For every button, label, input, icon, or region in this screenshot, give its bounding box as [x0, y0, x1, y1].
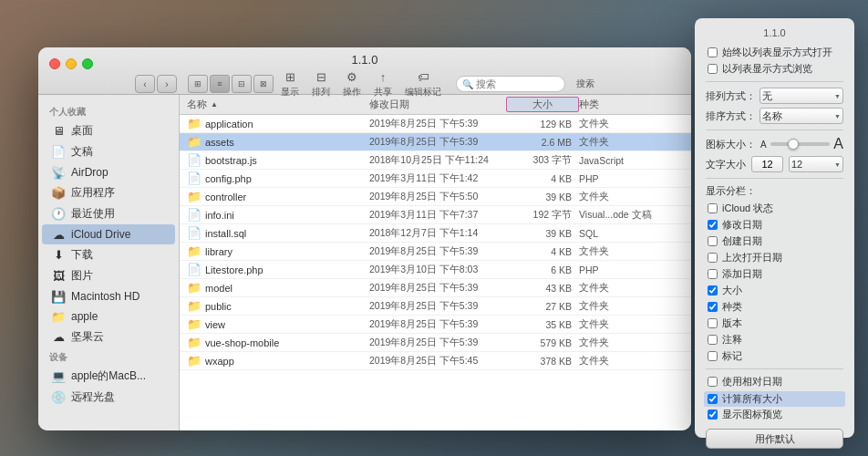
- table-row[interactable]: 📁 public 2019年8月25日 下午5:39 27 KB 文件夹: [180, 297, 691, 316]
- file-name-label: public: [205, 301, 232, 312]
- search-input[interactable]: [476, 78, 559, 89]
- col-size-header[interactable]: 大小: [506, 97, 579, 112]
- action-action[interactable]: ⚙ 操作: [343, 70, 361, 98]
- show-icon-preview-checkbox[interactable]: [708, 409, 718, 420]
- browse-list-checkbox[interactable]: [708, 64, 718, 74]
- file-type-cell: JavaScript: [579, 155, 684, 166]
- list-view-button[interactable]: ≡: [210, 75, 230, 93]
- table-row[interactable]: 📁 vue-shop-mobile 2019年8月25日 下午5:39 579 …: [180, 334, 691, 352]
- icloud-status-label: iCloud 状态: [722, 202, 773, 215]
- size-checkbox[interactable]: [708, 285, 718, 295]
- recents-icon: 🕐: [51, 207, 66, 222]
- toolbar-actions: ⊞ 显示 ⊟ 排列 ⚙ 操作 ↑ 共享 🏷 编辑标记: [281, 70, 441, 98]
- arrange-icon: ⊟: [312, 70, 330, 85]
- icon-size-slider: A A: [760, 136, 843, 152]
- share-action[interactable]: ↑ 共享: [374, 70, 392, 98]
- close-button[interactable]: [49, 58, 60, 69]
- file-name-cell: 📁 library: [187, 244, 369, 258]
- table-row[interactable]: 📁 assets 2019年8月25日 下午5:39 2.6 MB 文件夹: [180, 133, 691, 151]
- forward-button[interactable]: ›: [157, 75, 177, 93]
- sidebar-item-pictures[interactable]: 🖼 图片: [42, 265, 175, 286]
- file-name-cell: 📁 assets: [187, 135, 369, 149]
- sidebar-item-nutstore[interactable]: ☁ 坚果云: [42, 326, 175, 347]
- file-size-cell: 43 KB: [506, 283, 579, 294]
- documents-icon: 📄: [51, 145, 66, 160]
- file-size-cell: 303 字节: [506, 154, 579, 167]
- calc-all-sizes-checkbox[interactable]: [708, 394, 718, 404]
- search-icon: 🔍: [462, 79, 473, 89]
- sidebar-item-label: 文稿: [71, 144, 93, 160]
- sort-select[interactable]: 无 名称 大小 修改日期: [760, 88, 843, 104]
- table-row[interactable]: 📄 install.sql 2018年12月7日 下午1:14 39 KB SQ…: [180, 224, 691, 243]
- arrange-action[interactable]: ⊟ 排列: [312, 70, 330, 98]
- table-row[interactable]: 📄 info.ini 2019年3月11日 下午7:37 192 字节 Visu…: [180, 206, 691, 224]
- table-row[interactable]: 📁 model 2019年8月25日 下午5:39 43 KB 文件夹: [180, 279, 691, 297]
- file-icon: 📄: [187, 226, 202, 240]
- search-box[interactable]: 🔍: [456, 76, 565, 92]
- large-icon-indicator: A: [833, 136, 843, 152]
- font-size-input[interactable]: [751, 156, 783, 172]
- icloud-status-checkbox[interactable]: [708, 203, 718, 213]
- icon-size-thumb[interactable]: [788, 139, 799, 150]
- folder-icon: 📁: [187, 299, 202, 313]
- table-row[interactable]: 📁 view 2019年8月25日 下午5:39 35 KB 文件夹: [180, 316, 691, 334]
- type-checkbox[interactable]: [708, 302, 718, 312]
- sidebar-item-icloud[interactable]: ☁ iCloud Drive: [42, 224, 175, 244]
- display-action[interactable]: ⊞ 显示: [281, 70, 299, 98]
- default-button[interactable]: 用作默认: [706, 429, 843, 449]
- table-row[interactable]: 📄 bootstrap.js 2018年10月25日 下午11:24 303 字…: [180, 151, 691, 170]
- icon-view-button[interactable]: ⊞: [188, 75, 208, 93]
- always-list-checkbox[interactable]: [708, 47, 718, 57]
- col-name-header[interactable]: 名称 ▲: [187, 98, 369, 111]
- sidebar-item-airdrop[interactable]: 📡 AirDrop: [42, 162, 175, 182]
- modify-date-checkbox[interactable]: [708, 220, 718, 230]
- table-row[interactable]: 📄 Litestore.php 2019年3月10日 下午8:03 6 KB P…: [180, 261, 691, 279]
- modify-date-row: 修改日期: [706, 218, 843, 232]
- file-type-cell: 文件夹: [579, 118, 684, 130]
- last-open-date-checkbox[interactable]: [708, 253, 718, 263]
- file-type-cell: PHP: [579, 173, 684, 184]
- table-row[interactable]: 📁 library 2019年8月25日 下午5:39 4 KB 文件夹: [180, 243, 691, 261]
- sidebar-item-apple[interactable]: 📁 apple: [42, 306, 175, 326]
- sidebar-item-downloads[interactable]: ⬇ 下载: [42, 244, 175, 265]
- comment-checkbox[interactable]: [708, 335, 718, 345]
- minimize-button[interactable]: [66, 58, 77, 69]
- order-row: 排序方式： 名称 大小 修改日期: [706, 108, 843, 124]
- sidebar-item-desktop[interactable]: 🖥 桌面: [42, 120, 175, 141]
- gallery-view-button[interactable]: ⊠: [253, 75, 274, 93]
- sidebar-item-macbook[interactable]: 💻 apple的MacB...: [42, 366, 175, 387]
- file-name-label: vue-shop-mobile: [205, 337, 279, 348]
- back-button[interactable]: ‹: [135, 75, 155, 93]
- maximize-button[interactable]: [82, 58, 93, 69]
- tag-checkbox[interactable]: [708, 351, 718, 361]
- file-name-cell: 📁 application: [187, 117, 369, 130]
- order-select[interactable]: 名称 大小 修改日期: [760, 108, 843, 124]
- sidebar-item-recents[interactable]: 🕐 最近使用: [42, 203, 175, 224]
- table-row[interactable]: 📄 config.php 2019年3月11日 下午1:42 4 KB PHP: [180, 170, 691, 188]
- sidebar-item-remote-disk[interactable]: 💿 远程光盘: [42, 387, 175, 408]
- table-row[interactable]: 📁 application 2019年8月25日 下午5:39 129 KB 文…: [180, 115, 691, 133]
- file-date-cell: 2019年3月11日 下午7:37: [369, 209, 506, 222]
- tag-action[interactable]: 🏷 编辑标记: [405, 70, 441, 98]
- file-size-cell: 4 KB: [506, 246, 579, 257]
- file-name-label: application: [205, 119, 253, 130]
- toolbar: ‹ › ⊞ ≡ ⊟ ⊠ ⊞ 显示 ⊟ 排列 ⚙ 操作: [126, 70, 604, 98]
- col-date-header[interactable]: 修改日期: [369, 98, 506, 111]
- relative-date-checkbox[interactable]: [708, 377, 718, 387]
- sidebar-item-documents[interactable]: 📄 文稿: [42, 141, 175, 162]
- file-date-cell: 2019年8月25日 下午5:39: [369, 245, 506, 258]
- font-size-select[interactable]: 12 11 13 14: [789, 156, 843, 172]
- sidebar-item-applications[interactable]: 📦 应用程序: [42, 182, 175, 203]
- add-date-checkbox[interactable]: [708, 269, 718, 279]
- column-view-button[interactable]: ⊟: [232, 75, 252, 93]
- col-type-header[interactable]: 种类: [579, 98, 684, 111]
- settings-panel-title: 1.1.0: [706, 27, 843, 38]
- search-action[interactable]: 搜索: [576, 78, 594, 90]
- folder-icon: 📁: [187, 354, 202, 368]
- table-row[interactable]: 📁 controller 2019年8月25日 下午5:50 39 KB 文件夹: [180, 188, 691, 206]
- folder-icon: 📁: [187, 135, 202, 149]
- table-row[interactable]: 📁 wxapp 2019年8月25日 下午5:45 378 KB 文件夹: [180, 352, 691, 370]
- create-date-checkbox[interactable]: [708, 236, 718, 246]
- version-checkbox[interactable]: [708, 318, 718, 328]
- sidebar-item-mac-hd[interactable]: 💾 Macintosh HD: [42, 286, 175, 306]
